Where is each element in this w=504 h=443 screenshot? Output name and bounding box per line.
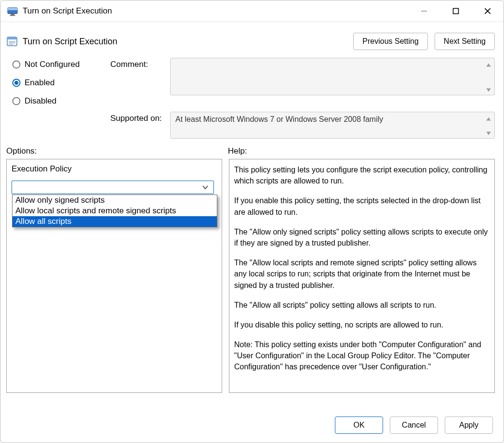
next-setting-button[interactable]: Next Setting (435, 33, 495, 50)
scroll-down-icon[interactable] (486, 86, 491, 92)
comment-field[interactable] (170, 58, 495, 95)
minimize-button[interactable] (417, 4, 431, 18)
svg-rect-2 (11, 14, 14, 15)
cancel-button[interactable]: Cancel (390, 417, 438, 434)
execution-policy-dropdown: Allow only signed scripts Allow local sc… (12, 195, 217, 227)
comment-label: Comment: (110, 58, 168, 69)
titlebar: Turn on Script Execution (0, 0, 504, 22)
policy-title-text: Turn on Script Execution (23, 37, 353, 47)
help-panel: This policy setting lets you configure t… (229, 159, 495, 393)
previous-setting-button[interactable]: Previous Setting (353, 33, 428, 50)
help-paragraph: If you disable this policy setting, no s… (234, 319, 490, 330)
svg-point-15 (14, 81, 18, 85)
scroll-down-icon[interactable] (486, 130, 491, 135)
dropdown-option[interactable]: Allow local scripts and remote signed sc… (13, 206, 217, 216)
chevron-down-icon (202, 184, 209, 191)
svg-rect-9 (7, 37, 17, 39)
radio-enabled[interactable]: Enabled (12, 78, 108, 88)
scroll-up-icon[interactable] (486, 115, 491, 121)
dialog-window: Turn on Script Execution Turn on Scrip (0, 0, 504, 443)
svg-marker-20 (486, 131, 491, 135)
svg-rect-5 (453, 9, 459, 14)
help-paragraph: If you enable this policy setting, the s… (234, 195, 490, 217)
radio-label: Enabled (25, 78, 54, 88)
radio-icon (12, 97, 21, 105)
svg-marker-18 (486, 88, 491, 91)
dialog-footer: OK Cancel Apply (0, 410, 504, 443)
help-paragraph: This policy setting lets you configure t… (234, 164, 490, 186)
apply-button[interactable]: Apply (445, 417, 493, 434)
close-button[interactable] (480, 4, 495, 18)
radio-label: Disabled (25, 96, 56, 106)
help-paragraph: Note: This policy setting exists under b… (234, 339, 490, 373)
scroll-up-icon[interactable] (486, 61, 491, 67)
window-title: Turn on Script Execution (23, 6, 417, 16)
help-paragraph: The "Allow only signed scripts" policy s… (234, 226, 490, 248)
svg-point-16 (13, 98, 20, 105)
options-panel: Execution Policy Allow only signed scrip… (6, 159, 222, 393)
window-controls (417, 4, 497, 18)
svg-point-13 (13, 61, 20, 68)
policy-header: Turn on Script Execution Previous Settin… (0, 22, 504, 55)
supported-label: Supported on: (110, 106, 168, 123)
dropdown-option-selected[interactable]: Allow all scripts (13, 216, 217, 227)
radio-label: Not Configured (25, 60, 80, 69)
maximize-button[interactable] (449, 4, 463, 18)
svg-rect-1 (8, 8, 17, 11)
ok-button[interactable]: OK (335, 417, 383, 434)
help-paragraph: The "Allow all scripts" policy setting a… (234, 300, 490, 311)
svg-marker-19 (486, 117, 491, 120)
radio-disabled[interactable]: Disabled (12, 96, 108, 106)
state-area: Not Configured Enabled Disabled Comment:… (0, 55, 504, 139)
help-section-label: Help: (228, 146, 247, 156)
svg-marker-17 (486, 63, 491, 66)
execution-policy-label: Execution Policy (12, 164, 217, 174)
radio-not-configured[interactable]: Not Configured (12, 60, 108, 69)
radio-icon-selected (12, 78, 21, 87)
help-paragraph: The "Allow local scripts and remote sign… (234, 257, 490, 291)
supported-field: At least Microsoft Windows 7 or Windows … (170, 112, 495, 139)
svg-rect-3 (10, 15, 15, 16)
policy-icon (6, 36, 18, 47)
supported-value: At least Microsoft Windows 7 or Windows … (175, 115, 383, 123)
execution-policy-combobox[interactable]: Allow only signed scripts Allow local sc… (12, 181, 214, 194)
app-icon (7, 6, 18, 16)
options-section-label: Options: (6, 146, 228, 156)
radio-icon (12, 60, 21, 69)
dropdown-option[interactable]: Allow only signed scripts (13, 195, 217, 206)
